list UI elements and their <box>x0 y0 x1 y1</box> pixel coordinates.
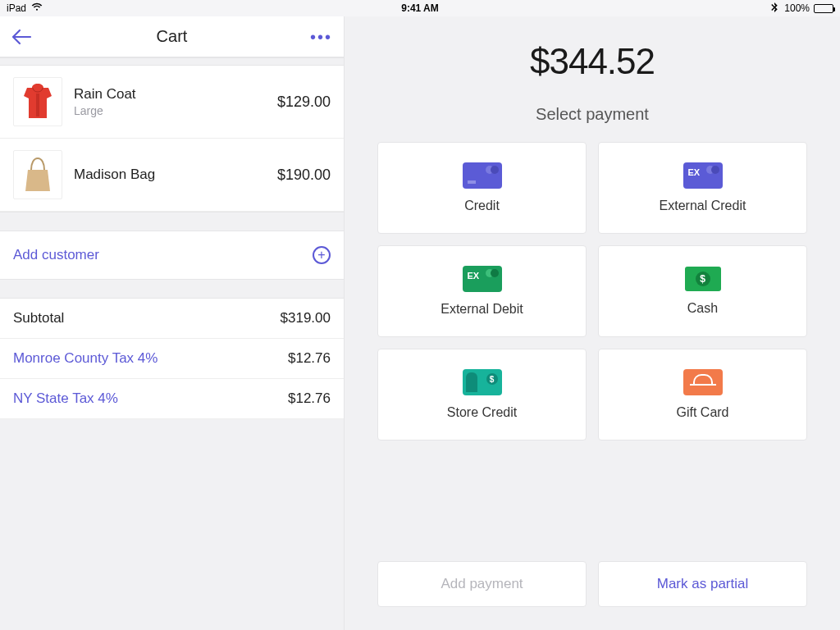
item-name: Rain Coat <box>74 86 277 103</box>
cart-header: Cart ••• <box>0 16 344 57</box>
status-time: 9:41 AM <box>401 2 439 14</box>
plus-icon: + <box>313 246 331 264</box>
external-credit-icon: EX <box>683 162 723 189</box>
total-amount: $344.52 <box>345 16 840 90</box>
item-thumbnail <box>13 77 62 126</box>
item-price: $190.00 <box>277 167 331 184</box>
add-customer-label: Add customer <box>13 247 99 263</box>
item-variant: Large <box>74 104 277 117</box>
tax-label: NY State Tax 4% <box>13 390 118 407</box>
cart-item[interactable]: Rain Coat Large $129.00 <box>0 66 344 139</box>
payment-label: External Debit <box>441 302 523 317</box>
tax-value: $12.76 <box>288 350 331 367</box>
svg-rect-0 <box>36 94 39 116</box>
mark-partial-button[interactable]: Mark as partial <box>598 561 807 607</box>
tax-label: Monroe County Tax 4% <box>13 350 158 367</box>
back-button[interactable] <box>8 23 36 51</box>
bluetooth-icon <box>769 2 780 15</box>
payment-gift-card[interactable]: Gift Card <box>598 349 807 441</box>
wifi-icon <box>31 2 43 15</box>
tax-value: $12.76 <box>288 390 331 407</box>
checkout-panel: $344.52 Select payment Credit EX Externa… <box>345 16 840 630</box>
subtotal-row: Subtotal $319.00 <box>0 299 344 338</box>
battery-icon <box>814 4 833 13</box>
status-bar: iPad 9:41 AM 100% <box>0 0 840 16</box>
payment-external-credit[interactable]: EX External Credit <box>598 142 807 234</box>
payment-store-credit[interactable]: Store Credit <box>377 349 587 441</box>
credit-card-icon <box>463 162 502 189</box>
payment-label: Store Credit <box>447 405 517 420</box>
tax-row[interactable]: Monroe County Tax 4% $12.76 <box>0 338 344 378</box>
payment-label: Gift Card <box>676 405 728 420</box>
payment-methods: Credit EX External Credit EX External De… <box>345 142 840 441</box>
tax-row[interactable]: NY State Tax 4% $12.76 <box>0 378 344 419</box>
battery-pct: 100% <box>784 2 810 14</box>
cart-title: Cart <box>157 27 188 46</box>
item-thumbnail <box>13 150 62 199</box>
external-debit-icon: EX <box>463 266 502 292</box>
item-name: Madison Bag <box>74 167 277 183</box>
button-label: Add payment <box>441 576 523 592</box>
cash-icon <box>685 267 721 291</box>
payment-cash[interactable]: Cash <box>598 245 807 337</box>
payment-label: Credit <box>464 199 500 213</box>
store-credit-icon <box>463 369 502 395</box>
add-payment-button[interactable]: Add payment <box>377 561 587 607</box>
subtotal-label: Subtotal <box>13 310 64 326</box>
payment-credit[interactable]: Credit <box>377 142 587 234</box>
payment-label: External Credit <box>660 199 746 213</box>
payment-label: Cash <box>687 301 718 316</box>
button-label: Mark as partial <box>657 576 748 592</box>
cart-panel: Cart ••• Rain Coat Large $129.00 Madison… <box>0 16 345 630</box>
subtotal-value: $319.00 <box>281 310 331 326</box>
add-customer-button[interactable]: Add customer + <box>0 231 344 279</box>
device-name: iPad <box>7 2 26 14</box>
item-price: $129.00 <box>277 94 331 111</box>
gift-card-icon <box>683 369 723 395</box>
payment-external-debit[interactable]: EX External Debit <box>377 245 587 337</box>
select-payment-label: Select payment <box>345 105 840 124</box>
more-button[interactable]: ••• <box>310 27 332 46</box>
cart-item[interactable]: Madison Bag $190.00 <box>0 139 344 212</box>
